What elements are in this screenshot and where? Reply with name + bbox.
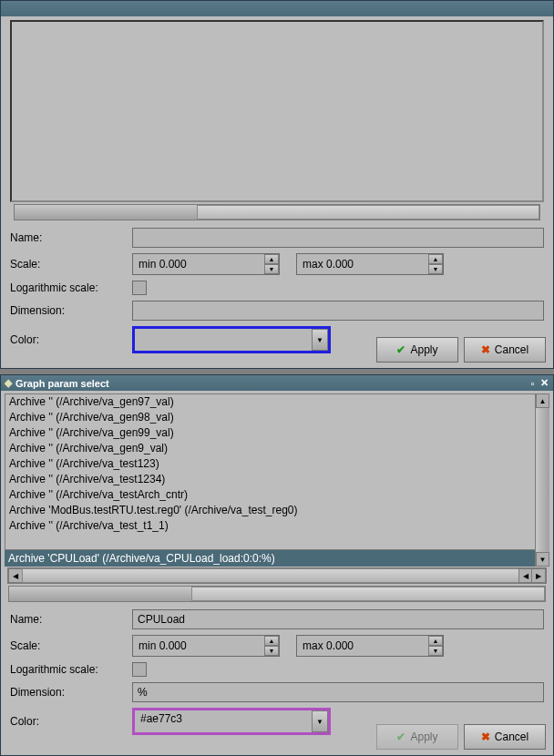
dim-input[interactable] <box>132 301 544 321</box>
name-label: Name: <box>10 613 132 626</box>
list-item[interactable]: Archive '' (/Archive/va_testArch_cntr) <box>9 487 546 503</box>
list-item[interactable]: Archive '' (/Archive/va_test1234) <box>9 472 546 487</box>
name-input[interactable]: CPULoad <box>132 609 544 629</box>
cancel-button[interactable]: ✖Cancel <box>464 337 546 363</box>
log-checkbox[interactable] <box>132 662 147 677</box>
scroll-left-icon[interactable]: ◀ <box>8 568 23 583</box>
chevron-down-icon[interactable]: ▼ <box>312 329 328 351</box>
name-label: Name: <box>10 231 132 244</box>
scale-min-spinner[interactable]: min 0.000 ▲▼ <box>132 253 280 275</box>
list-item-selected[interactable]: Archive 'CPULoad' (/Archive/va_CPULoad_l… <box>5 550 549 567</box>
list-item[interactable]: Archive '' (/Archive/va_gen99_val) <box>9 425 546 441</box>
list-item[interactable]: Archive '' (/Archive/va_gen98_val) <box>9 410 546 425</box>
titlebar[interactable]: ◆ Graph param select ▫ ✕ <box>1 375 553 391</box>
color-label: Color: <box>10 715 132 728</box>
dim-input[interactable]: % <box>132 682 544 702</box>
color-combo[interactable]: ▼ <box>132 326 331 353</box>
spin-up-icon[interactable]: ▲ <box>264 636 279 646</box>
log-label: Logarithmic scale: <box>10 281 132 294</box>
dialog-bottom: ◆ Graph param select ▫ ✕ Archive '' (/Ar… <box>0 374 554 756</box>
spin-up-icon[interactable]: ▲ <box>428 254 443 264</box>
scale-max-spinner[interactable]: max 0.000 ▲▼ <box>296 635 444 657</box>
spin-down-icon[interactable]: ▼ <box>264 646 279 656</box>
scrollbar-h[interactable]: ◀ ◀ ▶ <box>7 567 547 584</box>
scrollbar-h[interactable] <box>14 204 540 220</box>
scale-min-spinner[interactable]: min 0.000 ▲▼ <box>132 635 280 657</box>
apply-button[interactable]: ✔Apply <box>376 724 458 750</box>
dialog-top: Name: Scale: min 0.000 ▲▼ max 0.000 ▲▼ L… <box>0 0 554 369</box>
close-icon[interactable]: ✕ <box>539 378 549 388</box>
list-item[interactable]: Archive 'ModBus.testRTU.test.reg0' (/Arc… <box>9 503 546 518</box>
list-item[interactable]: Archive '' (/Archive/va_gen9_val) <box>9 441 546 456</box>
window-icon: ◆ <box>5 377 12 389</box>
log-label: Logarithmic scale: <box>10 663 132 676</box>
scroll-up-icon[interactable]: ▲ <box>536 393 549 408</box>
spin-down-icon[interactable]: ▼ <box>428 646 443 656</box>
scale-label: Scale: <box>10 639 132 652</box>
spin-down-icon[interactable]: ▼ <box>428 264 443 274</box>
titlebar[interactable] <box>1 1 553 16</box>
scroll-down-icon[interactable]: ▼ <box>536 552 549 567</box>
list-item[interactable]: Archive '' (/Archive/va_test_t1_1) <box>9 518 546 534</box>
maximize-icon[interactable]: ▫ <box>528 378 538 388</box>
apply-button[interactable]: ✔Apply <box>376 337 458 363</box>
chevron-down-icon[interactable]: ▼ <box>312 710 328 732</box>
spin-down-icon[interactable]: ▼ <box>264 264 279 274</box>
dim-label: Dimension: <box>10 686 132 699</box>
x-icon: ✖ <box>481 730 490 743</box>
check-icon: ✔ <box>396 343 405 356</box>
list-item[interactable]: Archive '' (/Archive/va_test123) <box>9 456 546 472</box>
scrollbar-h2[interactable] <box>8 586 546 602</box>
window-title: Graph param select <box>15 378 109 389</box>
color-combo[interactable]: #ae77c3 ▼ <box>132 708 331 735</box>
scrollbar-v[interactable]: ▲ ▼ <box>535 393 549 567</box>
cancel-button[interactable]: ✖Cancel <box>464 724 546 750</box>
list-item[interactable]: Archive '' (/Archive/va_gen97_val) <box>9 394 546 410</box>
scale-max-spinner[interactable]: max 0.000 ▲▼ <box>296 253 444 275</box>
scroll-right-icon[interactable]: ▶ <box>531 568 546 583</box>
archive-list[interactable]: Archive '' (/Archive/va_gen97_val)Archiv… <box>5 393 549 567</box>
color-label: Color: <box>10 333 132 346</box>
spin-up-icon[interactable]: ▲ <box>428 636 443 646</box>
check-icon: ✔ <box>396 730 405 743</box>
dim-label: Dimension: <box>10 304 132 317</box>
list-empty[interactable] <box>10 20 544 202</box>
name-input[interactable] <box>132 228 544 248</box>
spin-up-icon[interactable]: ▲ <box>264 254 279 264</box>
log-checkbox[interactable] <box>132 281 147 295</box>
x-icon: ✖ <box>481 343 490 356</box>
scale-label: Scale: <box>10 258 132 271</box>
